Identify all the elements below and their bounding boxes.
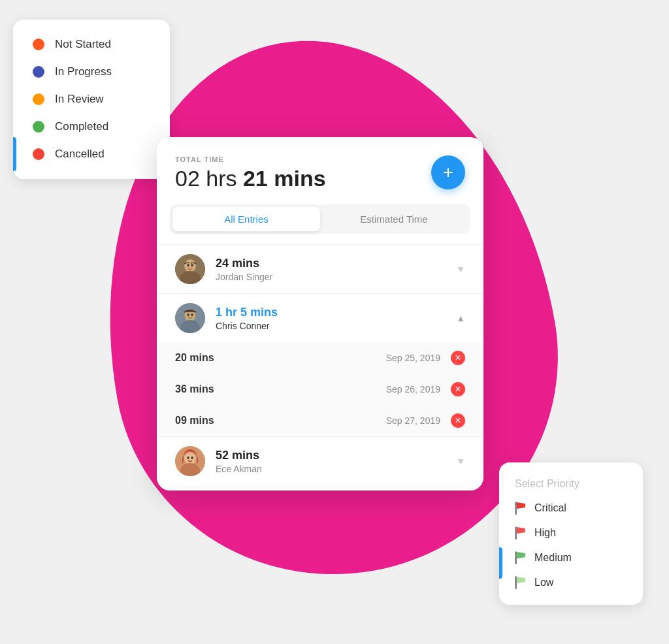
tab-bar: All Entries Estimated Time <box>170 204 470 234</box>
low-label: Low <box>534 577 553 588</box>
entry-list: 24 mins Jordan Singer ▼ 1 hr <box>157 244 483 491</box>
cancelled-dot <box>33 148 44 160</box>
tab-all-entries[interactable]: All Entries <box>172 207 320 231</box>
completed-dot <box>33 121 44 133</box>
ece-time: 52 mins <box>216 449 456 462</box>
sub-entry-chris-2[interactable]: 36 mins Sep 26, 2019 <box>157 374 483 405</box>
chris-time: 1 hr 5 mins <box>216 306 456 319</box>
entry-row-jordan[interactable]: 24 mins Jordan Singer ▼ <box>157 244 483 293</box>
jordan-name: Jordan Singer <box>216 272 456 282</box>
in-progress-dot <box>33 66 44 78</box>
entry-row-chris[interactable]: 1 hr 5 mins Chris Conner ▲ <box>157 293 483 342</box>
priority-card: Select Priority Critical High Medium Low <box>499 462 643 605</box>
tab-estimated-time[interactable]: Estimated Time <box>320 207 468 231</box>
svg-point-4 <box>188 264 189 266</box>
status-item-in-review: In Review <box>33 93 150 106</box>
entry-info-jordan: 24 mins Jordan Singer <box>216 257 456 282</box>
svg-point-15 <box>188 457 189 459</box>
svg-point-10 <box>188 314 189 316</box>
high-flag-icon <box>515 526 525 539</box>
status-item-in-progress: In Progress <box>33 65 150 78</box>
ece-name: Ece Akman <box>216 464 456 474</box>
remove-entry-button-3[interactable] <box>451 413 465 428</box>
not-started-dot <box>33 39 44 50</box>
sub-entry-chris-3[interactable]: 09 mins Sep 27, 2019 <box>157 405 483 436</box>
low-flag-icon <box>515 576 525 589</box>
card-header: TOTAL TIME 02 hrs 21 mins + <box>157 137 483 204</box>
avatar-chris <box>175 303 205 333</box>
sub-entry-time-1: 20 mins <box>175 352 386 364</box>
total-time-label: TOTAL TIME <box>175 155 326 163</box>
high-label: High <box>534 527 556 539</box>
in-progress-label: In Progress <box>55 65 112 78</box>
avatar-jordan <box>175 254 205 284</box>
priority-card-title: Select Priority <box>515 478 627 490</box>
jordan-chevron-down-icon: ▼ <box>456 264 465 274</box>
in-review-label: In Review <box>55 93 104 106</box>
priority-highlight-bar <box>499 547 502 579</box>
in-review-dot <box>33 93 44 105</box>
svg-point-5 <box>191 264 193 266</box>
sub-entry-date-1: Sep 25, 2019 <box>386 353 440 363</box>
priority-item-high[interactable]: High <box>515 526 627 539</box>
ece-chevron-down-icon: ▼ <box>456 456 465 466</box>
priority-item-medium[interactable]: Medium <box>515 551 627 564</box>
total-time-value: 02 hrs 21 mins <box>175 166 326 191</box>
status-item-not-started: Not Started <box>33 38 150 51</box>
medium-flag-icon <box>515 551 525 564</box>
add-entry-button[interactable]: + <box>431 155 465 189</box>
priority-item-low[interactable]: Low <box>515 576 627 589</box>
jordan-time: 24 mins <box>216 257 456 270</box>
svg-point-16 <box>191 457 193 459</box>
sub-entry-date-2: Sep 26, 2019 <box>386 384 440 394</box>
priority-item-critical[interactable]: Critical <box>515 502 627 515</box>
svg-point-11 <box>191 314 193 316</box>
chris-name: Chris Conner <box>216 321 456 331</box>
total-time-info: TOTAL TIME 02 hrs 21 mins <box>175 155 326 191</box>
time-tracking-card: TOTAL TIME 02 hrs 21 mins + All Entries … <box>157 137 483 491</box>
remove-entry-button-2[interactable] <box>451 382 465 396</box>
status-legend-card: Not Started In Progress In Review Comple… <box>13 20 170 179</box>
status-item-completed: Completed <box>33 120 150 133</box>
remove-entry-button-1[interactable] <box>451 351 465 365</box>
critical-flag-icon <box>515 502 525 515</box>
sub-entry-chris-1[interactable]: 20 mins Sep 25, 2019 <box>157 342 483 374</box>
cancelled-label: Cancelled <box>55 148 105 161</box>
sub-entry-time-2: 36 mins <box>175 383 386 395</box>
status-highlight-bar <box>13 137 16 171</box>
entry-info-ece: 52 mins Ece Akman <box>216 449 456 474</box>
medium-label: Medium <box>534 552 572 564</box>
chris-chevron-up-icon: ▲ <box>456 313 465 323</box>
completed-label: Completed <box>55 120 108 133</box>
sub-entry-date-3: Sep 27, 2019 <box>386 415 440 426</box>
not-started-label: Not Started <box>55 38 111 51</box>
avatar-ece <box>175 446 205 476</box>
sub-entry-time-3: 09 mins <box>175 415 386 427</box>
entry-row-ece[interactable]: 52 mins Ece Akman ▼ <box>157 436 483 485</box>
entry-info-chris: 1 hr 5 mins Chris Conner <box>216 306 456 331</box>
critical-label: Critical <box>534 502 566 514</box>
status-item-cancelled: Cancelled <box>33 148 150 161</box>
svg-point-13 <box>184 453 196 464</box>
